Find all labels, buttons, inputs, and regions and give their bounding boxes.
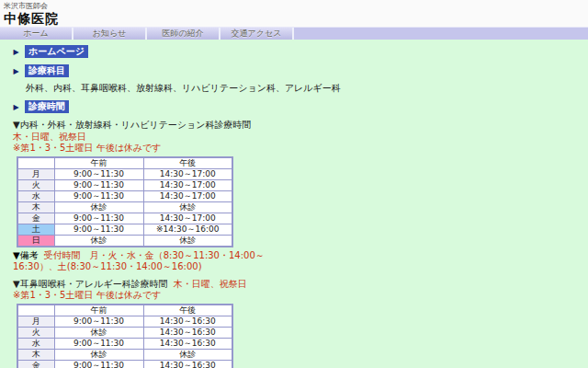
nav-bar: ホーム お知らせ 医師の紹介 交通アクセス xyxy=(0,27,588,40)
internal-saturday-note: ※第1・3・5土曜日 午後は休みです xyxy=(13,143,582,155)
internal-schedule-heading: ▼内科・外科・放射線科・リハビリテーション科診療時間 xyxy=(13,120,582,132)
ent-closed-days: 木・日曜、祝祭日 xyxy=(174,279,247,289)
table-header-row: 午前 午後 xyxy=(17,305,232,316)
internal-closed-days: 木・日曜、祝祭日 xyxy=(13,132,582,144)
day-column-header xyxy=(17,305,54,316)
day-cell: 木 xyxy=(17,201,54,213)
am-cell: 9:00～11:30 xyxy=(54,338,143,349)
pm-cell: 14:30～16:30 xyxy=(143,316,232,327)
day-cell: 金 xyxy=(17,360,54,368)
pm-cell: ※14:30～16:00 xyxy=(143,224,232,235)
table-row: 土 9:00～11:30 ※14:30～16:00 xyxy=(17,224,232,235)
table-row: 金 9:00～11:30 14:30～16:30 xyxy=(17,360,232,368)
table-row: 水 9:00～11:30 14:30～17:00 xyxy=(17,190,232,201)
am-column-header: 午前 xyxy=(54,157,143,169)
am-cell: 9:00～11:30 xyxy=(54,224,143,235)
pm-cell: 14:30～16:30 xyxy=(143,360,232,368)
internal-schedule-block: ▼内科・外科・放射線科・リハビリテーション科診療時間 木・日曜、祝祭日 ※第1・… xyxy=(13,120,582,368)
section-title-hours: 診療時間 xyxy=(25,100,69,113)
am-cell-closed: 休診 xyxy=(54,327,143,338)
am-column-header: 午前 xyxy=(54,305,143,316)
triangle-bullet-icon: ▶ xyxy=(7,103,25,111)
triangle-bullet-icon: ▶ xyxy=(7,48,25,56)
page: 米沢市医師会 中條医院 ホーム お知らせ 医師の紹介 交通アクセス ▶ ホームペ… xyxy=(0,0,588,368)
pm-cell-closed: 休診 xyxy=(143,349,232,360)
nav-item-doctor-intro[interactable]: 医師の紹介 xyxy=(147,28,220,40)
day-cell: 水 xyxy=(17,338,54,349)
table-row: 木 休診 休診 xyxy=(17,349,232,360)
am-cell: 9:00～11:30 xyxy=(54,316,143,327)
pm-cell: 14:30～17:00 xyxy=(143,168,232,179)
am-cell: 9:00～11:30 xyxy=(54,190,143,201)
pm-column-header: 午後 xyxy=(143,157,232,169)
internal-schedule-table: 午前 午後 月 9:00～11:30 14:30～17:00 火 9:00～11… xyxy=(17,156,233,247)
pm-cell: 14:30～17:00 xyxy=(143,190,232,201)
triangle-bullet-icon: ▶ xyxy=(7,67,25,75)
table-header-row: 午前 午後 xyxy=(17,157,232,169)
table-row: 木 休診 休診 xyxy=(17,201,232,213)
day-cell: 火 xyxy=(17,179,54,190)
pm-column-header: 午後 xyxy=(143,305,232,316)
association-link: 米沢市医師会 xyxy=(4,2,584,11)
nav-item-access[interactable]: 交通アクセス xyxy=(220,28,294,40)
remark-text: 受付時間 月・火・水・金（8:30～11:30・14:00～16:30）、土(8… xyxy=(13,250,265,272)
day-cell-saturday: 土 xyxy=(17,224,54,235)
ent-saturday-note: ※第1・3・5土曜日 午後は休みです xyxy=(13,290,582,302)
nav-item-home[interactable]: ホーム xyxy=(0,28,74,40)
pm-cell-closed: 休診 xyxy=(143,201,232,213)
table-row: 火 9:00～11:30 14:30～17:00 xyxy=(17,179,232,190)
section-hours: ▶ 診療時間 xyxy=(7,100,582,113)
ent-schedule-heading-line: ▼耳鼻咽喉科・アレルギー科診療時間木・日曜、祝祭日 xyxy=(13,279,582,291)
am-cell: 9:00～11:30 xyxy=(54,360,143,368)
table-row: 火 休診 14:30～16:30 xyxy=(17,327,232,338)
departments-list: 外科、内科、耳鼻咽喉科、放射線科、リハビリテーション科、アレルギー科 xyxy=(26,82,582,94)
section-title-homepage: ホームページ xyxy=(25,45,88,58)
nav-item-news[interactable]: お知らせ xyxy=(74,28,147,40)
clinic-title: 中條医院 xyxy=(4,11,584,26)
table-row: 水 9:00～11:30 14:30～16:30 xyxy=(17,338,232,349)
pm-cell-closed: 休診 xyxy=(143,235,232,247)
day-cell: 金 xyxy=(17,213,54,224)
am-cell: 9:00～11:30 xyxy=(54,179,143,190)
pm-cell: 14:30～16:30 xyxy=(143,338,232,349)
internal-schedule-remark: ▼備考受付時間 月・火・水・金（8:30～11:30・14:00～16:30）、… xyxy=(13,250,302,273)
pm-cell: 14:30～17:00 xyxy=(143,179,232,190)
site-header: 米沢市医師会 中條医院 xyxy=(0,0,588,27)
am-cell-closed: 休診 xyxy=(54,201,143,213)
table-row: 月 9:00～11:30 14:30～17:00 xyxy=(17,168,232,179)
table-row: 日 休診 休診 xyxy=(17,235,232,247)
table-row: 金 9:00～11:30 14:30～17:00 xyxy=(17,213,232,224)
pm-cell: 14:30～17:00 xyxy=(143,213,232,224)
day-column-header xyxy=(17,157,54,169)
day-cell: 木 xyxy=(17,349,54,360)
am-cell: 9:00～11:30 xyxy=(54,213,143,224)
main-content: ▶ ホームページ ▶ 診療科目 外科、内科、耳鼻咽喉科、放射線科、リハビリテーシ… xyxy=(0,40,588,368)
ent-schedule-heading: ▼耳鼻咽喉科・アレルギー科診療時間 xyxy=(13,279,168,289)
day-cell: 月 xyxy=(17,168,54,179)
am-cell-closed: 休診 xyxy=(54,349,143,360)
day-cell: 火 xyxy=(17,327,54,338)
remark-label: ▼備考 xyxy=(13,250,39,260)
section-departments: ▶ 診療科目 xyxy=(7,64,582,77)
ent-schedule-table: 午前 午後 月 9:00～11:30 14:30～16:30 火 休診 14:3… xyxy=(17,304,233,368)
am-cell: 9:00～11:30 xyxy=(54,168,143,179)
section-homepage: ▶ ホームページ xyxy=(7,45,582,58)
day-cell-sunday: 日 xyxy=(17,235,54,247)
day-cell: 水 xyxy=(17,190,54,201)
am-cell-closed: 休診 xyxy=(54,235,143,247)
pm-cell: 14:30～16:30 xyxy=(143,327,232,338)
section-title-departments: 診療科目 xyxy=(25,64,69,77)
day-cell: 月 xyxy=(17,316,54,327)
table-row: 月 9:00～11:30 14:30～16:30 xyxy=(17,316,232,327)
